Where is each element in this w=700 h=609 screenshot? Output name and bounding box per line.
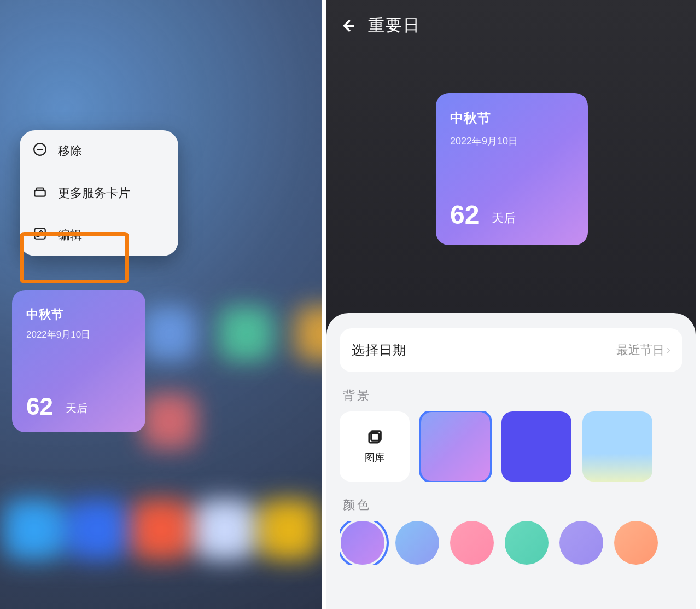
page-title: 重要日 <box>368 14 421 37</box>
bg-option-gradient-selected[interactable] <box>421 411 491 482</box>
widget-preview: 中秋节 2022年9月10日 62 天后 <box>436 93 588 245</box>
menu-item-remove[interactable]: 移除 <box>20 130 178 172</box>
background-options: 图库 <box>340 411 682 482</box>
color-teal[interactable] <box>505 521 549 565</box>
color-pink[interactable] <box>450 521 494 565</box>
menu-label: 移除 <box>58 143 82 159</box>
home-screen-longpress: 移除 更多服务卡片 编辑 中秋节 2022年9月10日 62 天后 <box>0 0 326 609</box>
select-date-row[interactable]: 选择日期 最近节日 › <box>340 328 682 372</box>
days-suffix: 天后 <box>66 401 88 416</box>
color-violet[interactable] <box>559 521 603 565</box>
color-blue[interactable] <box>395 521 439 565</box>
days-suffix: 天后 <box>492 210 516 227</box>
color-orange[interactable] <box>614 521 658 565</box>
settings-sheet: 选择日期 最近节日 › 背景 图库 颜色 <box>326 313 696 609</box>
chevron-right-icon: › <box>667 343 670 357</box>
bg-option-sky[interactable] <box>582 411 652 482</box>
menu-label: 编辑 <box>58 227 82 243</box>
edit-header: 重要日 <box>326 0 696 51</box>
gallery-label: 图库 <box>365 451 384 464</box>
widget-context-menu: 移除 更多服务卡片 编辑 <box>20 130 178 256</box>
event-date: 2022年9月10日 <box>450 135 574 148</box>
remove-icon <box>33 142 47 160</box>
color-purple-selected[interactable] <box>341 521 384 565</box>
color-options <box>340 521 682 565</box>
cards-icon <box>33 184 47 202</box>
bg-option-gallery[interactable]: 图库 <box>340 411 410 482</box>
menu-item-more-cards[interactable]: 更多服务卡片 <box>20 172 178 214</box>
section-background: 背景 <box>343 387 682 404</box>
blurred-apps <box>142 306 326 460</box>
days-count: 62 <box>450 200 479 230</box>
section-color: 颜色 <box>343 497 682 513</box>
date-label: 选择日期 <box>352 341 406 359</box>
menu-item-edit[interactable]: 编辑 <box>20 214 178 256</box>
blurred-dock <box>0 461 322 598</box>
days-count: 62 <box>26 393 53 420</box>
edit-widget-screen: 重要日 中秋节 2022年9月10日 62 天后 选择日期 最近节日 › 背景 … <box>326 0 696 609</box>
event-title: 中秋节 <box>26 306 131 323</box>
svg-rect-3 <box>34 228 45 239</box>
edit-icon <box>33 227 47 244</box>
event-title: 中秋节 <box>450 109 574 127</box>
date-value: 最近节日 <box>616 342 664 358</box>
bg-option-blue[interactable] <box>501 411 571 482</box>
back-button[interactable] <box>337 15 358 36</box>
event-date: 2022年9月10日 <box>26 328 131 341</box>
svg-rect-2 <box>34 190 45 196</box>
menu-label: 更多服务卡片 <box>58 185 130 201</box>
important-day-widget[interactable]: 中秋节 2022年9月10日 62 天后 <box>12 290 145 432</box>
